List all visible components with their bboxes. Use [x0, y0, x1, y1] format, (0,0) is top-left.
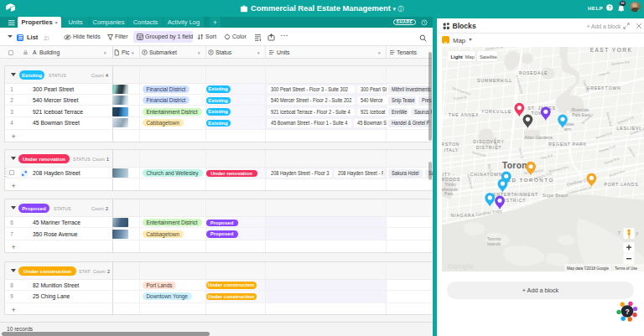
- svg-text:REGENT PARK: REGENT PARK: [548, 142, 587, 147]
- svg-text:Map data ©2018 Google: Map data ©2018 Google: [567, 265, 610, 270]
- svg-text:E ITALY: E ITALY: [442, 147, 459, 152]
- svg-text:arm: arm: [564, 126, 572, 131]
- svg-text:DISCOVERY: DISCOVERY: [473, 138, 505, 143]
- svg-text:ERSTON: ERSTON: [442, 142, 460, 147]
- svg-text:DISTRICT: DISTRICT: [476, 144, 501, 149]
- svg-text:Park East: Park East: [572, 111, 590, 116]
- svg-text:GREEKTOWN: GREEKTOWN: [586, 85, 621, 90]
- svg-text:Allan Gardens: Allan Gardens: [524, 134, 553, 139]
- svg-text:Park: Park: [444, 191, 454, 196]
- svg-text:Islands: Islands: [487, 241, 501, 246]
- svg-text:Light: Light: [451, 54, 463, 59]
- svg-text:EAST YORK: EAST YORK: [590, 47, 633, 53]
- svg-text:NIAGARA: NIAGARA: [451, 212, 475, 217]
- svg-text:Satellite: Satellite: [480, 54, 497, 59]
- svg-text:?: ?: [608, 5, 610, 10]
- svg-text:YORKVILLE: YORKVILLE: [481, 108, 512, 113]
- svg-text:?: ?: [625, 308, 629, 316]
- svg-text:Map: Map: [465, 54, 475, 59]
- svg-text:Google: Google: [448, 262, 474, 271]
- svg-text:T: T: [618, 231, 621, 235]
- svg-text:PORT LANDS: PORT LANDS: [605, 181, 639, 186]
- svg-text:ROSEDALE: ROSEDALE: [519, 70, 548, 75]
- svg-text:SUMMERHILL: SUMMERHILL: [477, 77, 512, 82]
- svg-text:Terms of Use: Terms of Use: [615, 266, 638, 270]
- svg-text:LESLIEVI: LESLIEVI: [617, 126, 641, 131]
- svg-text:CHINATOWN: CHINATOWN: [470, 172, 503, 177]
- svg-text:Toronto: Toronto: [487, 235, 501, 240]
- svg-text:Sugar Beach: Sugar Beach: [542, 193, 568, 198]
- svg-text:THE ANNEX: THE ANNEX: [449, 112, 480, 117]
